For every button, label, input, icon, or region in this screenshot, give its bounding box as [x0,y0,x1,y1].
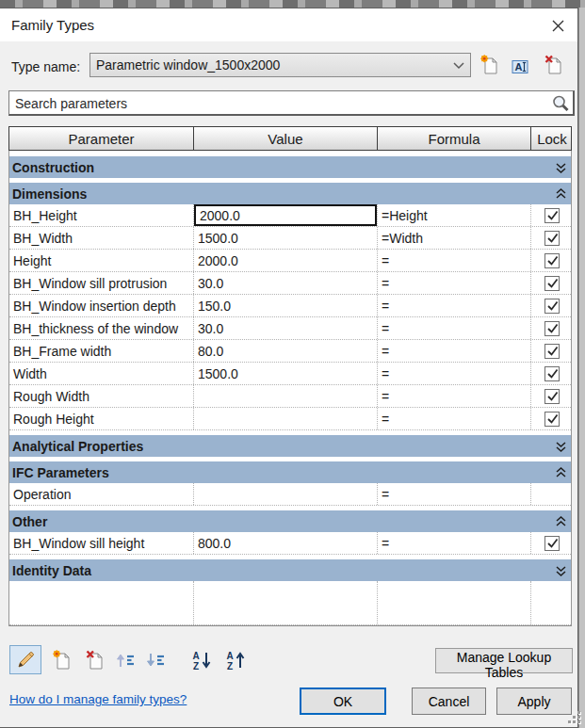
parameter-formula-cell[interactable]: = [378,363,531,384]
parameter-value-cell[interactable]: 800.0 [194,532,378,554]
search-input[interactable] [13,92,541,114]
value-editbox[interactable]: 2000.0 [194,204,377,226]
svg-text:A: A [515,61,523,73]
parameter-value-cell[interactable] [194,408,378,429]
double-chevron-up-icon[interactable] [556,188,566,200]
parameter-formula-cell[interactable]: = [378,385,531,407]
column-header-formula[interactable]: Formula [378,127,531,150]
move-parameter-down-icon[interactable] [142,645,171,674]
help-link[interactable]: How do I manage family types? [9,692,187,706]
close-icon[interactable] [545,14,570,37]
column-header-parameter[interactable]: Parameter [9,127,194,150]
parameter-value-cell[interactable]: 30.0 [194,272,378,294]
parameter-name-cell[interactable]: BH_Window insertion depth [9,295,194,316]
parameter-value-cell[interactable]: 2000.0 [194,204,378,226]
svg-text:Z: Z [227,661,233,671]
new-type-icon[interactable] [477,52,503,78]
parameter-formula-cell[interactable] [378,581,531,624]
parameter-name-cell[interactable]: BH_Frame width [9,340,194,362]
parameter-value-cell[interactable]: 2000.0 [194,250,378,271]
parameter-row: BH_Width1500.0=Width [9,227,571,250]
lock-checkbox-checked[interactable] [544,536,560,551]
parameter-formula-cell[interactable]: =Width [378,227,531,249]
column-header-lock[interactable]: Lock [531,127,573,150]
table-body: ConstructionDimensionsBH_Height2000.0=He… [8,151,572,626]
parameter-formula-cell[interactable]: = [378,250,531,271]
lock-checkbox-checked[interactable] [544,208,560,223]
section-header-ifc-parameters[interactable]: IFC Parameters [9,461,571,483]
section-header-identity-data[interactable]: Identity Data [9,559,571,581]
parameter-name-cell[interactable]: Height [9,250,194,271]
parameter-name-cell[interactable]: BH_Height [9,204,194,226]
parameter-name-cell[interactable]: BH_Window sill height [9,532,194,554]
parameter-value-cell[interactable] [194,581,378,624]
delete-type-icon[interactable] [541,52,567,78]
section-title: Identity Data [12,563,556,578]
column-header-value[interactable]: Value [194,127,378,150]
section-header-dimensions[interactable]: Dimensions [9,183,571,204]
new-parameter-icon[interactable] [48,645,76,674]
parameter-formula-cell[interactable]: = [378,408,531,429]
parameter-row: BH_Window insertion depth150.0= [9,295,571,317]
sort-descending-icon[interactable]: AZ [221,645,250,674]
parameter-name-cell[interactable] [9,581,194,624]
double-chevron-down-icon[interactable] [556,441,566,452]
lock-checkbox-checked[interactable] [544,253,560,268]
sort-ascending-icon[interactable]: AZ [187,645,216,674]
delete-parameter-icon[interactable] [81,645,109,674]
parameter-name-cell[interactable]: Rough Height [9,408,194,429]
section-header-construction[interactable]: Construction [9,156,571,178]
double-chevron-up-icon[interactable] [556,467,566,478]
lock-checkbox-checked[interactable] [544,412,560,427]
lock-checkbox-checked[interactable] [544,366,560,381]
parameter-lock-cell [531,272,573,294]
lock-checkbox-checked[interactable] [544,321,560,336]
lock-checkbox-checked[interactable] [544,276,560,291]
parameter-value-cell[interactable]: 80.0 [194,340,378,362]
chevron-down-icon[interactable] [453,57,464,73]
lock-checkbox-checked[interactable] [544,299,560,314]
parameter-value-cell[interactable]: 30.0 [194,317,378,339]
parameter-name-cell[interactable]: BH_Width [9,227,194,249]
search-icon[interactable] [551,94,570,117]
move-parameter-up-icon[interactable] [112,645,140,674]
modify-parameter-icon[interactable] [9,645,41,674]
parameter-formula-cell[interactable]: = [378,317,531,339]
parameter-name-cell[interactable]: BH_thickness of the window [9,317,194,339]
parameter-formula-cell[interactable]: = [378,295,531,316]
parameter-name-cell[interactable]: Operation [9,483,194,505]
cancel-button[interactable]: Cancel [412,688,486,715]
parameter-name-cell[interactable]: Width [9,363,194,384]
parameter-name-cell[interactable]: BH_Window sill protrusion [9,272,194,294]
parameter-value-cell[interactable]: 1500.0 [194,227,378,249]
type-name-select[interactable]: Parametric window_1500x2000 [89,53,471,77]
resize-grip-icon[interactable] [568,711,582,725]
double-chevron-down-icon[interactable] [556,565,566,576]
parameter-formula-cell[interactable]: = [378,340,531,362]
parameter-value-cell[interactable]: 1500.0 [194,363,378,384]
section-header-other[interactable]: Other [9,510,571,532]
parameter-formula-cell[interactable]: = [378,532,531,554]
lock-checkbox-checked[interactable] [544,344,560,359]
ok-button[interactable]: OK [300,688,386,715]
lock-checkbox-checked[interactable] [544,389,560,404]
dialog-titlebar[interactable]: Family Types [0,8,577,41]
double-chevron-down-icon[interactable] [556,162,566,173]
lock-checkbox-checked[interactable] [544,231,560,246]
parameter-formula-cell[interactable]: = [378,483,531,505]
parameter-value-cell[interactable] [194,483,378,505]
svg-text:A: A [192,651,199,661]
search-box [8,90,575,116]
apply-button[interactable]: Apply [496,688,572,715]
parameter-value-cell[interactable]: 150.0 [194,295,378,316]
parameter-name-cell[interactable]: Rough Width [9,385,194,407]
parameter-row: BH_Window sill protrusion30.0= [9,272,571,295]
parameter-row: Width1500.0= [9,363,571,385]
section-header-analytical-properties[interactable]: Analytical Properties [9,435,571,457]
parameter-formula-cell[interactable]: =Height [378,204,531,226]
rename-type-icon[interactable]: A [509,54,535,80]
manage-lookup-tables-button[interactable]: Manage Lookup Tables [435,648,573,673]
parameter-value-cell[interactable] [194,385,378,407]
parameter-formula-cell[interactable]: = [378,272,531,294]
double-chevron-up-icon[interactable] [556,516,566,527]
